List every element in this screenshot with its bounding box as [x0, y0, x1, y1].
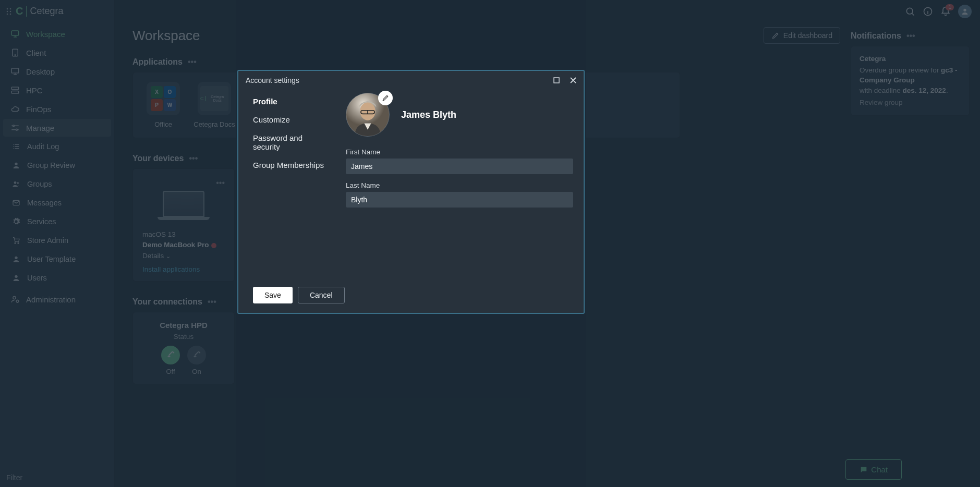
modal-nav: Profile Customize Password and security …: [253, 93, 331, 277]
tab-group-memberships[interactable]: Group Memberships: [253, 161, 331, 169]
cancel-button[interactable]: Cancel: [298, 287, 345, 303]
profile-display-name: James Blyth: [401, 109, 456, 120]
modal-content: James Blyth First Name Last Name: [346, 93, 573, 277]
save-button[interactable]: Save: [253, 287, 293, 303]
first-name-label: First Name: [346, 148, 573, 156]
avatar-edit-button[interactable]: [378, 91, 393, 105]
last-name-label: Last Name: [346, 181, 573, 189]
close-icon[interactable]: [570, 77, 576, 83]
modal-header-controls: [553, 77, 576, 83]
modal-footer: Save Cancel: [238, 287, 584, 313]
tab-profile[interactable]: Profile: [253, 97, 331, 106]
modal-body: Profile Customize Password and security …: [238, 89, 584, 287]
account-settings-modal: Account settings Profile Customize Passw…: [237, 70, 585, 314]
tab-customize[interactable]: Customize: [253, 115, 331, 124]
maximize-icon[interactable]: [553, 77, 560, 83]
last-name-input[interactable]: [346, 192, 573, 208]
modal-header: Account settings: [238, 71, 584, 89]
svg-rect-27: [554, 78, 559, 83]
profile-row: James Blyth: [346, 93, 573, 137]
avatar-wrap: [346, 93, 390, 137]
tab-password-security[interactable]: Password and security: [253, 133, 331, 151]
first-name-input[interactable]: [346, 159, 573, 174]
modal-title: Account settings: [246, 76, 299, 84]
